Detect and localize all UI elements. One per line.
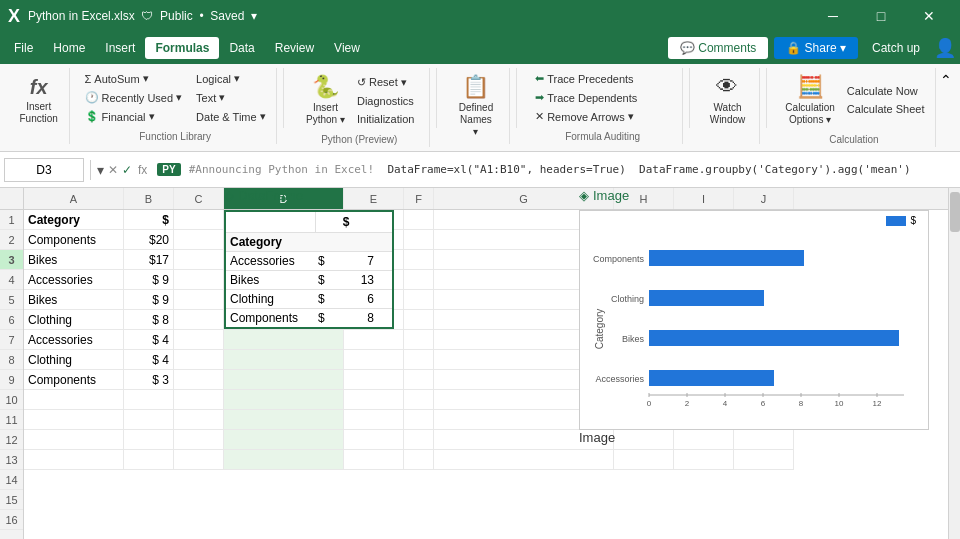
formula-content: #Announcing Python in Excel! DataFrame=x…	[189, 163, 956, 176]
text-button[interactable]: Text ▾	[192, 89, 270, 106]
cell-D7[interactable]	[224, 330, 344, 350]
expand-formula-button[interactable]: ▾	[97, 162, 104, 178]
row-header-7[interactable]: 7	[0, 330, 23, 350]
cell-C1[interactable]	[174, 210, 224, 230]
comments-button[interactable]: 💬 Comments	[668, 37, 768, 59]
cell-F2[interactable]	[404, 230, 434, 250]
catch-up-button[interactable]: Catch up	[864, 37, 928, 59]
row-header-1[interactable]: 1	[0, 210, 23, 230]
cell-B7[interactable]: $ 4	[124, 330, 174, 350]
cell-A1[interactable]: Category	[24, 210, 124, 230]
cell-F3[interactable]	[404, 250, 434, 270]
menu-formulas[interactable]: Formulas	[145, 37, 219, 59]
financial-icon: 💲	[85, 110, 99, 123]
cell-C3[interactable]	[174, 250, 224, 270]
logical-button[interactable]: Logical ▾	[192, 70, 270, 87]
row-header-10[interactable]: 10	[0, 390, 23, 410]
cell-A6[interactable]: Clothing	[24, 310, 124, 330]
menu-data[interactable]: Data	[219, 37, 264, 59]
watch-window-button[interactable]: 👁 WatchWindow	[704, 70, 752, 130]
ribbon-collapse-button[interactable]: ⌃	[940, 72, 952, 88]
row-header-12[interactable]: 12	[0, 430, 23, 450]
col-header-F[interactable]: F	[404, 188, 434, 209]
image-diamond-icon: ◈	[579, 188, 589, 203]
cell-B9[interactable]: $ 3	[124, 370, 174, 390]
name-box[interactable]	[4, 158, 84, 182]
cell-B8[interactable]: $ 4	[124, 350, 174, 370]
cell-D8[interactable]	[224, 350, 344, 370]
row-header-3[interactable]: 3	[0, 250, 23, 270]
trace-precedents-label: Trace Precedents	[547, 73, 633, 85]
cell-A5[interactable]: Bikes	[24, 290, 124, 310]
menu-home[interactable]: Home	[43, 37, 95, 59]
cell-B2[interactable]: $20	[124, 230, 174, 250]
maximize-button[interactable]: □	[858, 0, 904, 32]
insert-python-button[interactable]: 🐍 InsertPython ▾	[300, 70, 351, 130]
calculate-sheet-button[interactable]: Calculate Sheet	[843, 101, 929, 117]
menu-file[interactable]: File	[4, 37, 43, 59]
col-header-B[interactable]: B	[124, 188, 174, 209]
cell-D9[interactable]	[224, 370, 344, 390]
cell-A7[interactable]: Accessories	[24, 330, 124, 350]
chart-svg: Category Components Clothing Bikes Acces…	[584, 230, 914, 410]
col-header-I[interactable]: I	[674, 188, 734, 209]
cell-A2[interactable]: Components	[24, 230, 124, 250]
image-bottom-label: Image	[579, 430, 615, 445]
cell-A4[interactable]: Accessories	[24, 270, 124, 290]
menu-review[interactable]: Review	[265, 37, 324, 59]
row-header-11[interactable]: 11	[0, 410, 23, 430]
row-header-14[interactable]: 14	[0, 470, 23, 490]
recently-used-button[interactable]: 🕐 Recently Used ▾	[81, 89, 187, 106]
minimize-button[interactable]: ─	[810, 0, 856, 32]
col-header-A[interactable]: A	[24, 188, 124, 209]
trace-dependents-button[interactable]: ➡ Trace Dependents	[531, 89, 674, 106]
reset-button[interactable]: ↺ Reset ▾	[353, 74, 418, 91]
row-header-15[interactable]: 15	[0, 490, 23, 510]
cell-A3[interactable]: Bikes	[24, 250, 124, 270]
row-header-2[interactable]: 2	[0, 230, 23, 250]
save-status: Saved	[210, 9, 244, 23]
calculation-options-button[interactable]: 🧮 CalculationOptions ▾	[779, 70, 840, 130]
bar-label-components: Components	[593, 254, 645, 264]
insert-function-label: InsertFunction	[20, 101, 58, 125]
calculate-now-button[interactable]: Calculate Now	[843, 83, 929, 99]
row-header-6[interactable]: 6	[0, 310, 23, 330]
insert-function-button[interactable]: fx InsertFunction	[14, 72, 64, 129]
cell-B5[interactable]: $ 9	[124, 290, 174, 310]
vertical-scrollbar[interactable]	[948, 188, 960, 539]
autosum-button[interactable]: Σ AutoSum ▾	[81, 70, 187, 87]
row-header-9[interactable]: 9	[0, 370, 23, 390]
remove-arrows-button[interactable]: ✕ Remove Arrows ▾	[531, 108, 674, 125]
financial-button[interactable]: 💲 Financial ▾	[81, 108, 187, 125]
cell-A9[interactable]: Components	[24, 370, 124, 390]
menu-insert[interactable]: Insert	[95, 37, 145, 59]
col-header-J[interactable]: J	[734, 188, 794, 209]
row-header-5[interactable]: 5	[0, 290, 23, 310]
share-button[interactable]: 🔒 Share ▾	[774, 37, 858, 59]
date-time-button[interactable]: Date & Time ▾	[192, 108, 270, 125]
close-button[interactable]: ✕	[906, 0, 952, 32]
trace-precedents-button[interactable]: ⬅ Trace Precedents	[531, 70, 674, 87]
cell-B4[interactable]: $ 9	[124, 270, 174, 290]
cell-C4[interactable]	[174, 270, 224, 290]
separator-1	[283, 68, 284, 128]
cell-A8[interactable]: Clothing	[24, 350, 124, 370]
scrollbar-thumb[interactable]	[950, 192, 960, 232]
row-header-16[interactable]: 16	[0, 510, 23, 530]
row-header-4[interactable]: 4	[0, 270, 23, 290]
calculation-options-label: CalculationOptions ▾	[785, 102, 834, 126]
cell-B1[interactable]: $	[124, 210, 174, 230]
col-header-E[interactable]: E	[344, 188, 404, 209]
row-header-8[interactable]: 8	[0, 350, 23, 370]
x-label-4: 4	[723, 399, 728, 408]
defined-names-button[interactable]: 📋 DefinedNames ▾	[451, 70, 501, 142]
row-header-13[interactable]: 13	[0, 450, 23, 470]
cell-B6[interactable]: $ 8	[124, 310, 174, 330]
menu-view[interactable]: View	[324, 37, 370, 59]
initialization-button[interactable]: Initialization	[353, 111, 418, 127]
cell-F1[interactable]	[404, 210, 434, 230]
cell-C2[interactable]	[174, 230, 224, 250]
cell-B3[interactable]: $17	[124, 250, 174, 270]
col-header-C[interactable]: C	[174, 188, 224, 209]
diagnostics-button[interactable]: Diagnostics	[353, 93, 418, 109]
